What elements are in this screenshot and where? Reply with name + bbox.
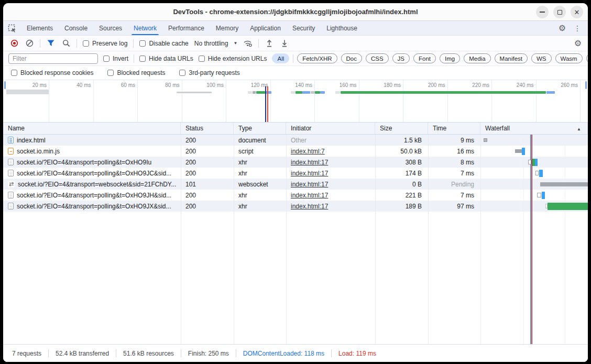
filter-chip-manifest[interactable]: Manifest <box>495 53 528 63</box>
maximize-button[interactable] <box>553 6 566 18</box>
table-row[interactable]: socket.io/?EIO=4&transport=polling&t=OxH… <box>3 201 588 212</box>
tab-elements[interactable]: Elements <box>21 21 59 35</box>
export-har-button[interactable] <box>280 39 289 48</box>
overview-handle-left[interactable] <box>4 81 6 89</box>
close-button[interactable]: ✕ <box>571 6 583 18</box>
cell-name: socket.io.min.js <box>3 146 181 157</box>
blocked-response-cookies-checkbox[interactable] <box>11 70 17 76</box>
blocked-requests-option[interactable]: Blocked requests <box>107 69 165 76</box>
cell-initiator: index.html:17 <box>286 201 375 212</box>
filter-chip-all[interactable]: All <box>272 53 289 63</box>
minimize-icon <box>540 12 545 13</box>
request-name[interactable]: socket.io/?EIO=4&transport=polling&t=OxH… <box>17 159 151 166</box>
search-button[interactable] <box>61 39 71 48</box>
initiator-link[interactable]: index.html:17 <box>291 192 328 199</box>
network-settings-gear-icon[interactable]: ⚙ <box>574 39 582 48</box>
hide-data-urls-option[interactable]: Hide data URLs <box>139 55 193 62</box>
initiator-link[interactable]: index.html:7 <box>291 148 325 155</box>
settings-gear-icon[interactable]: ⚙ <box>559 24 566 32</box>
column-header-initiator[interactable]: Initiator <box>286 123 375 134</box>
inspect-element-button[interactable] <box>3 21 21 35</box>
filter-chip-ws[interactable]: WS <box>531 53 552 63</box>
tab-memory[interactable]: Memory <box>210 21 244 35</box>
cell-time: Pending <box>428 179 480 190</box>
overview-request-bar <box>266 91 271 94</box>
invert-checkbox[interactable] <box>103 56 110 62</box>
filter-chip-font[interactable]: Font <box>413 53 436 63</box>
request-name[interactable]: socket.io/?EIO=4&transport=polling&t=OxH… <box>17 170 171 177</box>
overview-tick-label: 200 ms <box>413 82 445 88</box>
filter-button[interactable] <box>46 39 56 48</box>
overview-handle-right[interactable] <box>585 81 587 89</box>
filter-chip-css[interactable]: CSS <box>366 53 389 63</box>
sort-ascending-icon[interactable]: ▲ <box>577 127 581 131</box>
more-options-icon[interactable]: ⋮ <box>574 24 581 32</box>
disable-cache-option[interactable]: Disable cache <box>139 40 188 47</box>
table-row[interactable]: socket.io.min.js200scriptindex.html:750.… <box>3 146 588 157</box>
record-button[interactable] <box>9 39 19 48</box>
column-header-status[interactable]: Status <box>181 123 234 134</box>
filter-chip-js[interactable]: JS <box>392 53 410 63</box>
column-header-waterfall[interactable]: Waterfall <box>480 123 588 134</box>
3rd-party-requests-checkbox[interactable] <box>179 70 185 76</box>
throttling-dropdown[interactable]: No throttling ▼ <box>194 40 238 47</box>
timeline-overview[interactable]: 20 ms40 ms60 ms80 ms100 ms120 ms140 ms16… <box>3 80 588 122</box>
preserve-log-checkbox[interactable] <box>83 40 89 47</box>
tab-lighthouse[interactable]: Lighthouse <box>321 21 363 35</box>
request-name[interactable]: socket.io/?EIO=4&transport=polling&t=OxH… <box>17 192 171 199</box>
tab-application[interactable]: Application <box>244 21 287 35</box>
blocked-requests-checkbox[interactable] <box>107 70 114 76</box>
initiator-link[interactable]: index.html:17 <box>291 159 328 166</box>
request-name[interactable]: index.html <box>17 137 46 144</box>
hide-extension-urls-option[interactable]: Hide extension URLs <box>199 55 267 62</box>
filter-chip-other[interactable]: Other <box>586 53 588 63</box>
tab-performance[interactable]: Performance <box>162 21 210 35</box>
table-row[interactable]: socket.io/?EIO=4&transport=polling&t=OxH… <box>3 157 588 168</box>
initiator-link[interactable]: index.html:17 <box>291 181 328 188</box>
tab-security[interactable]: Security <box>287 21 321 35</box>
hide-extension-urls-checkbox[interactable] <box>199 56 205 62</box>
request-name[interactable]: socket.io.min.js <box>17 148 60 155</box>
filter-chip-fetch-xhr[interactable]: Fetch/XHR <box>297 53 337 63</box>
blocked-response-cookies-label: Blocked response cookies <box>20 69 93 76</box>
overview-request-bar <box>253 91 256 94</box>
column-separator <box>181 135 181 344</box>
filter-chip-img[interactable]: Img <box>440 53 460 63</box>
initiator-link[interactable]: index.html:17 <box>291 203 328 210</box>
toolbar-divider <box>40 39 40 48</box>
minimize-button[interactable] <box>536 6 549 18</box>
network-conditions-button[interactable] <box>243 39 253 48</box>
filter-chip-wasm[interactable]: Wasm <box>555 53 583 63</box>
invert-option[interactable]: Invert <box>103 55 128 62</box>
filter-chip-media[interactable]: Media <box>464 53 490 63</box>
devtools-tab-bar: ElementsConsoleSourcesNetworkPerformance… <box>3 21 588 36</box>
tab-console[interactable]: Console <box>59 21 93 35</box>
status-bar: 7 requests52.4 kB transferred51.6 kB res… <box>3 344 588 362</box>
3rd-party-requests-option[interactable]: 3rd-party requests <box>179 69 239 76</box>
table-row[interactable]: socket.io/?EIO=4&transport=websocket&sid… <box>3 179 588 190</box>
overview-request-bar <box>296 91 302 94</box>
hide-data-urls-checkbox[interactable] <box>139 56 146 62</box>
filter-input[interactable] <box>8 53 98 64</box>
column-header-time[interactable]: Time <box>428 123 480 134</box>
request-name[interactable]: socket.io/?EIO=4&transport=websocket&sid… <box>18 181 176 188</box>
request-table-body: index.html200documentOther1.5 kB9 mssock… <box>3 135 588 344</box>
disable-cache-checkbox[interactable] <box>139 40 146 47</box>
preserve-log-option[interactable]: Preserve log <box>83 40 127 47</box>
tab-network[interactable]: Network <box>128 21 162 35</box>
clear-button[interactable] <box>25 39 34 48</box>
cell-type: document <box>234 135 286 146</box>
column-header-name[interactable]: Name <box>3 123 181 134</box>
filter-chip-doc[interactable]: Doc <box>341 53 362 63</box>
table-row[interactable]: socket.io/?EIO=4&transport=polling&t=OxH… <box>3 190 588 201</box>
column-header-size[interactable]: Size <box>375 123 428 134</box>
tab-sources[interactable]: Sources <box>93 21 128 35</box>
initiator-link[interactable]: index.html:17 <box>291 170 328 177</box>
blocked-response-cookies-option[interactable]: Blocked response cookies <box>11 69 93 76</box>
overview-tick-label: 240 ms <box>501 82 534 88</box>
column-header-type[interactable]: Type <box>234 123 286 134</box>
table-row[interactable]: socket.io/?EIO=4&transport=polling&t=OxH… <box>3 168 588 179</box>
request-name[interactable]: socket.io/?EIO=4&transport=polling&t=OxH… <box>17 203 171 210</box>
table-row[interactable]: index.html200documentOther1.5 kB9 ms <box>3 135 588 146</box>
import-har-button[interactable] <box>265 39 274 48</box>
